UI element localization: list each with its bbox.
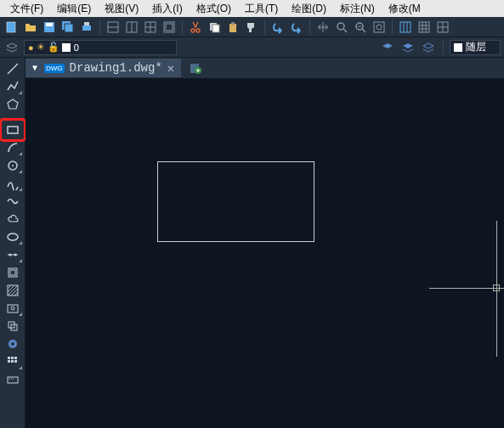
svg-rect-15 — [166, 24, 173, 31]
hatch-create-tool[interactable] — [3, 283, 22, 298]
hatch-pattern-tool[interactable] — [3, 354, 22, 369]
menu-draw[interactable]: 绘图(D) — [285, 2, 333, 16]
menu-file[interactable]: 文件(F) — [3, 2, 50, 16]
wave-tool[interactable] — [3, 194, 22, 209]
svg-rect-48 — [10, 270, 15, 275]
layer-iso-button[interactable] — [420, 39, 437, 56]
svg-point-45 — [8, 254, 11, 256]
document-tab-bar: ▼ DWG Drawing1.dwg* ✕ — [25, 58, 504, 78]
svg-rect-61 — [14, 360, 17, 363]
separator — [443, 40, 444, 55]
bylayer-dropdown[interactable]: 随层 — [450, 40, 501, 55]
svg-rect-19 — [231, 22, 235, 25]
draw-toolbar — [0, 58, 25, 428]
svg-rect-5 — [82, 25, 91, 31]
window-tile-1-button[interactable] — [105, 19, 122, 36]
lock-icon: 🔓 — [48, 42, 59, 53]
menu-tools[interactable]: 工具(T) — [238, 2, 285, 16]
donut-tool[interactable] — [3, 336, 22, 352]
separator — [309, 20, 310, 35]
svg-line-23 — [362, 29, 365, 32]
svg-rect-50 — [8, 305, 18, 313]
keyboard-tool[interactable] — [3, 372, 22, 387]
svg-line-21 — [343, 29, 347, 32]
menu-dimension[interactable]: 标注(N) — [333, 2, 382, 16]
new-tab-button[interactable] — [186, 59, 205, 76]
separator — [392, 20, 393, 35]
svg-rect-27 — [400, 22, 411, 32]
drawn-rectangle — [157, 161, 314, 242]
svg-rect-25 — [374, 22, 384, 32]
menu-insert[interactable]: 插入(I) — [145, 2, 189, 16]
layer-match-button[interactable] — [399, 39, 416, 56]
window-tile-2-button[interactable] — [123, 19, 140, 36]
ellipse-tool[interactable] — [3, 229, 22, 245]
menu-edit[interactable]: 编辑(E) — [50, 2, 98, 16]
zoom-realtime-button[interactable] — [371, 19, 388, 36]
svg-rect-58 — [14, 357, 17, 359]
window-tile-4-button[interactable] — [161, 19, 178, 36]
svg-rect-18 — [229, 24, 236, 32]
separator — [99, 20, 100, 35]
document-tab-label: Drawing1.dwg* — [70, 61, 162, 75]
arc-tool[interactable] — [3, 140, 22, 155]
zoom-window-button[interactable] — [333, 19, 350, 36]
main-area: ▼ DWG Drawing1.dwg* ✕ — [0, 58, 504, 428]
save-all-button[interactable] — [59, 19, 76, 36]
point-divider-tool[interactable] — [3, 247, 22, 262]
menu-view[interactable]: 视图(V) — [98, 2, 145, 16]
svg-rect-4 — [65, 24, 73, 32]
svg-rect-2 — [46, 23, 53, 26]
polygon-tool[interactable] — [3, 97, 22, 112]
copy-button[interactable] — [206, 19, 223, 36]
revision-cloud-tool[interactable] — [3, 211, 22, 227]
open-file-button[interactable] — [22, 19, 39, 36]
snapshot-tool[interactable] — [3, 301, 22, 316]
grid-3-button[interactable] — [434, 19, 451, 36]
svg-point-46 — [14, 254, 16, 256]
main-toolbar — [0, 17, 504, 37]
svg-point-20 — [337, 23, 344, 30]
region-tool[interactable] — [3, 318, 22, 334]
canvas-area: ▼ DWG Drawing1.dwg* ✕ — [25, 58, 504, 428]
window-tile-3-button[interactable] — [142, 19, 159, 36]
svg-point-43 — [8, 234, 18, 240]
undo-button[interactable] — [269, 19, 286, 36]
layer-toolbar: ● ☀ 🔓 0 随层 — [0, 37, 504, 58]
new-file-button[interactable] — [3, 19, 20, 36]
line-tool[interactable] — [3, 61, 22, 76]
grid-1-button[interactable] — [397, 19, 414, 36]
svg-line-38 — [8, 64, 18, 74]
layer-tools-button[interactable] — [3, 39, 20, 56]
svg-marker-39 — [8, 99, 18, 109]
polyline-tool[interactable] — [3, 79, 22, 94]
bulb-icon: ● — [28, 42, 34, 53]
rectangle-tool[interactable] — [3, 122, 22, 138]
pan-button[interactable] — [314, 19, 331, 36]
menu-modify[interactable]: 修改(M — [382, 2, 428, 16]
cut-button[interactable] — [187, 19, 204, 36]
sun-icon: ☀ — [37, 42, 45, 53]
circle-tool[interactable] — [3, 158, 22, 173]
paste-button[interactable] — [224, 19, 241, 36]
print-button[interactable] — [78, 19, 95, 36]
spline-tool[interactable] — [3, 176, 22, 191]
grid-2-button[interactable] — [416, 19, 433, 36]
document-tab-active[interactable]: ▼ DWG Drawing1.dwg* ✕ — [25, 59, 181, 77]
drawing-viewport[interactable] — [25, 78, 504, 428]
svg-rect-62 — [8, 377, 18, 383]
zoom-extents-button[interactable] — [352, 19, 369, 36]
close-tab-button[interactable]: ✕ — [167, 61, 174, 76]
menu-format[interactable]: 格式(O) — [190, 2, 238, 16]
format-painter-button[interactable] — [243, 19, 260, 36]
bylayer-label: 随层 — [466, 40, 486, 54]
svg-rect-40 — [8, 127, 18, 133]
svg-rect-59 — [8, 360, 10, 363]
layer-name-label: 0 — [74, 42, 79, 53]
layer-dropdown[interactable]: ● ☀ 🔓 0 — [24, 40, 177, 55]
save-button[interactable] — [41, 19, 58, 36]
block-insert-tool[interactable] — [3, 265, 22, 280]
redo-button[interactable] — [288, 19, 305, 36]
layer-prev-button[interactable] — [379, 39, 396, 56]
svg-rect-6 — [84, 22, 89, 25]
